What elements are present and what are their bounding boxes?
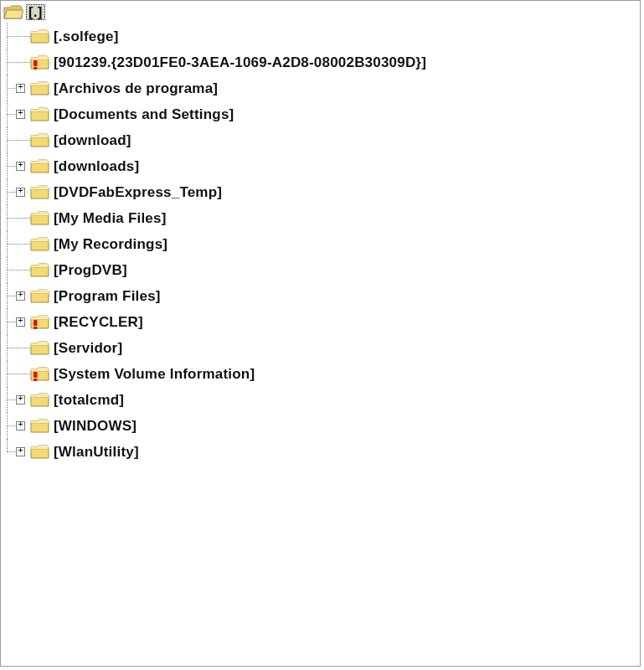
tree-item-label[interactable]: [My Recordings] xyxy=(54,237,167,251)
plus-icon[interactable]: + xyxy=(16,317,25,327)
tree-item-label[interactable]: [download] xyxy=(54,133,131,147)
tree-root-label[interactable]: [.] xyxy=(27,5,44,19)
tree-item-label[interactable]: [WlanUtility] xyxy=(54,445,139,459)
tree-root-row[interactable]: [.] xyxy=(1,1,640,23)
tree-item[interactable]: [My Media Files] xyxy=(1,205,640,231)
tree-branch-line xyxy=(1,23,13,49)
folder-icon xyxy=(30,132,50,149)
tree-branch-spacer xyxy=(13,23,30,49)
folder-icon xyxy=(30,184,50,201)
tree-branch-line xyxy=(1,387,13,413)
tree-item-label[interactable]: [RECYCLER] xyxy=(54,315,143,329)
tree-branch-line xyxy=(1,283,13,309)
tree-item-label[interactable]: [totalcmd] xyxy=(54,393,124,407)
tree-item[interactable]: +[RECYCLER] xyxy=(1,309,640,335)
tree-item-label[interactable]: [WINDOWS] xyxy=(54,419,137,433)
tree-item-label[interactable]: [901239.{23D01FE0-3AEA-1069-A2D8-08002B3… xyxy=(54,55,426,70)
expand-toggle[interactable]: + xyxy=(13,413,30,439)
expand-toggle[interactable]: + xyxy=(13,283,30,309)
plus-icon[interactable]: + xyxy=(16,84,25,93)
tree-item[interactable]: [download] xyxy=(1,127,640,153)
tree-branch-line xyxy=(1,127,13,153)
tree-branch-spacer xyxy=(13,49,30,75)
tree-item-label[interactable]: [.solfege] xyxy=(54,29,119,44)
folder-icon xyxy=(30,262,50,279)
tree-children: [.solfege][901239.{23D01FE0-3AEA-1069-A2… xyxy=(1,23,640,465)
plus-icon[interactable]: + xyxy=(16,162,25,171)
plus-icon[interactable]: + xyxy=(16,395,25,405)
tree-branch-line xyxy=(1,49,13,75)
tree-branch-line xyxy=(1,439,13,465)
tree-branch-line xyxy=(1,309,13,335)
expand-toggle[interactable]: + xyxy=(13,439,30,465)
expand-toggle[interactable]: + xyxy=(13,179,30,205)
plus-icon[interactable]: + xyxy=(16,188,25,197)
tree-item[interactable]: [My Recordings] xyxy=(1,231,640,257)
tree-item-label[interactable]: [ProgDVB] xyxy=(54,263,127,277)
tree-item-label[interactable]: [Documents and Settings] xyxy=(54,107,234,121)
tree-branch-spacer xyxy=(13,205,30,231)
tree-item-label[interactable]: [System Volume Information] xyxy=(54,367,255,381)
folder-icon xyxy=(30,444,50,461)
expand-toggle[interactable]: + xyxy=(13,75,30,101)
tree-branch-line xyxy=(1,335,13,361)
tree-item[interactable]: +[Archivos de programa] xyxy=(1,75,640,101)
folder-alert-icon xyxy=(30,314,50,331)
tree-item[interactable]: +[WlanUtility] xyxy=(1,439,640,465)
tree-item[interactable]: +[Documents and Settings] xyxy=(1,101,640,127)
expand-toggle[interactable]: + xyxy=(13,387,30,413)
plus-icon[interactable]: + xyxy=(16,110,25,119)
plus-icon[interactable]: + xyxy=(16,421,25,430)
tree-item-label[interactable]: [Program Files] xyxy=(54,289,161,303)
tree-branch-line xyxy=(1,413,13,439)
expand-toggle[interactable]: + xyxy=(13,101,30,127)
folder-icon xyxy=(30,28,50,45)
tree-item[interactable]: +[DVDFabExpress_Temp] xyxy=(1,179,640,205)
tree-branch-spacer xyxy=(13,257,30,283)
tree-branch-line xyxy=(1,179,13,205)
plus-icon[interactable]: + xyxy=(16,291,25,301)
tree-item[interactable]: [Servidor] xyxy=(1,335,640,361)
tree-branch-line xyxy=(1,257,13,283)
tree-item-label[interactable]: [Servidor] xyxy=(54,341,122,355)
tree-item[interactable]: [901239.{23D01FE0-3AEA-1069-A2D8-08002B3… xyxy=(1,49,640,75)
tree-item[interactable]: +[Program Files] xyxy=(1,283,640,309)
folder-icon xyxy=(30,210,50,227)
tree-branch-line xyxy=(1,75,13,101)
folder-icon xyxy=(30,80,50,97)
expand-toggle[interactable]: + xyxy=(13,309,30,335)
tree-item-label[interactable]: [downloads] xyxy=(54,159,139,173)
tree-item[interactable]: +[WINDOWS] xyxy=(1,413,640,439)
expand-toggle[interactable]: + xyxy=(13,153,30,179)
tree-item[interactable]: [ProgDVB] xyxy=(1,257,640,283)
tree-item-label[interactable]: [DVDFabExpress_Temp] xyxy=(54,185,222,199)
tree-branch-line xyxy=(1,361,13,387)
folder-icon xyxy=(30,158,50,175)
tree-branch-line xyxy=(1,101,13,127)
tree-branch-spacer xyxy=(13,361,30,387)
tree-branch-line xyxy=(1,205,13,231)
folder-icon xyxy=(30,236,50,253)
tree-item-label[interactable]: [Archivos de programa] xyxy=(54,81,218,95)
tree-branch-spacer xyxy=(13,335,30,361)
folder-alert-icon xyxy=(30,366,50,383)
tree-branch-line xyxy=(1,231,13,257)
tree-item[interactable]: +[totalcmd] xyxy=(1,387,640,413)
tree-item-label[interactable]: [My Media Files] xyxy=(54,211,167,225)
tree-branch-spacer xyxy=(13,127,30,153)
directory-tree[interactable]: [.] [.solfege][901239.{23D01FE0-3AEA-106… xyxy=(0,0,641,667)
tree-item[interactable]: [System Volume Information] xyxy=(1,361,640,387)
folder-icon xyxy=(30,392,50,409)
tree-branch-line xyxy=(1,153,13,179)
folder-icon xyxy=(30,106,50,123)
tree-branch-spacer xyxy=(13,231,30,257)
folder-icon xyxy=(30,288,50,305)
plus-icon[interactable]: + xyxy=(16,447,25,456)
folder-alert-icon xyxy=(30,54,50,71)
folder-icon xyxy=(30,418,50,435)
tree-item[interactable]: +[downloads] xyxy=(1,153,640,179)
folder-icon xyxy=(30,340,50,357)
folder-open-icon xyxy=(3,4,23,21)
tree-item[interactable]: [.solfege] xyxy=(1,23,640,49)
